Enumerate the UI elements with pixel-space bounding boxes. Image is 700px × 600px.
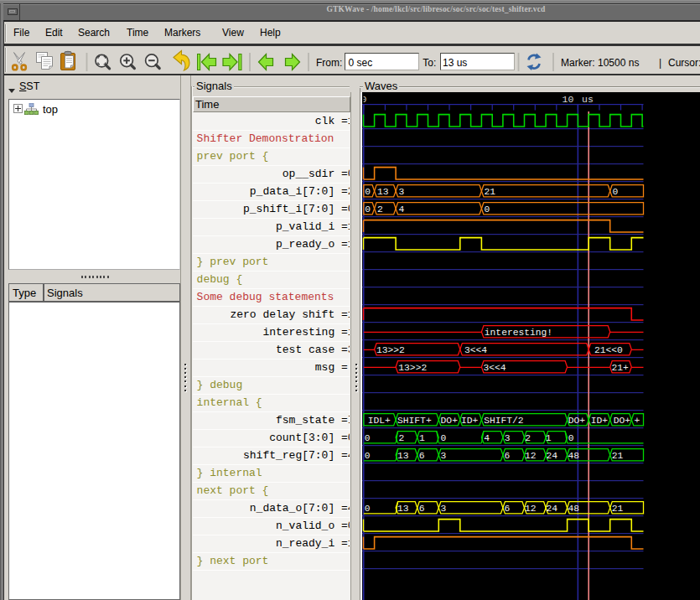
svg-text:1: 1: [419, 433, 425, 443]
svg-text:2: 2: [377, 204, 383, 215]
svg-text:IDL+: IDL+: [368, 416, 391, 426]
svg-text:SHIFT+: SHIFT+: [397, 416, 432, 426]
svg-text:3: 3: [440, 504, 446, 514]
svg-text:0: 0: [365, 433, 371, 443]
svg-text:2: 2: [399, 433, 405, 443]
svg-text:3: 3: [440, 451, 446, 461]
svg-text:6: 6: [505, 451, 511, 461]
svg-text:3<<4: 3<<4: [484, 363, 506, 373]
svg-text:24: 24: [547, 504, 558, 514]
svg-text:2: 2: [525, 433, 531, 443]
svg-text:48: 48: [568, 451, 580, 461]
svg-text:21: 21: [485, 187, 496, 197]
svg-text:0: 0: [568, 433, 574, 443]
svg-text:13: 13: [377, 187, 389, 197]
svg-text:24: 24: [547, 451, 558, 461]
svg-text:21: 21: [612, 451, 624, 461]
svg-text:0: 0: [613, 187, 619, 197]
svg-text:13>>2: 13>>2: [398, 363, 427, 373]
svg-text:0: 0: [485, 204, 490, 215]
svg-text:3: 3: [505, 433, 511, 443]
svg-text:4: 4: [399, 204, 405, 215]
svg-text:DO+: DO+: [614, 416, 631, 426]
svg-text:3: 3: [399, 187, 405, 197]
svg-text:DO+: DO+: [568, 416, 586, 426]
svg-text:13>>2: 13>>2: [376, 345, 405, 355]
svg-text:21<<0: 21<<0: [594, 345, 623, 355]
svg-text:3<<4: 3<<4: [464, 345, 487, 355]
svg-text:6: 6: [419, 504, 425, 514]
svg-text:0: 0: [365, 187, 371, 197]
svg-text:21+: 21+: [612, 363, 630, 373]
svg-text:12: 12: [525, 504, 537, 514]
svg-text:0: 0: [365, 451, 371, 461]
svg-text:+: +: [634, 416, 640, 426]
svg-text:48: 48: [568, 504, 580, 514]
svg-text:12: 12: [525, 451, 537, 461]
svg-text:interesting!: interesting!: [485, 328, 552, 338]
svg-text:ID+: ID+: [461, 416, 479, 426]
svg-text:0: 0: [365, 204, 371, 215]
svg-text:us: us: [582, 94, 594, 105]
svg-text:13: 13: [397, 451, 409, 461]
svg-text:0: 0: [361, 94, 367, 105]
svg-text:10: 10: [563, 94, 574, 105]
svg-text:1: 1: [546, 433, 552, 443]
svg-text:DO+: DO+: [441, 416, 459, 426]
svg-text:13: 13: [397, 504, 409, 514]
svg-text:SHIFT/2: SHIFT/2: [484, 416, 523, 426]
svg-text:0: 0: [440, 433, 446, 443]
svg-text:0: 0: [365, 504, 371, 514]
svg-text:4: 4: [484, 433, 490, 443]
svg-text:6: 6: [419, 451, 425, 461]
svg-text:21: 21: [612, 504, 624, 514]
svg-text:6: 6: [505, 504, 511, 514]
svg-text:ID+: ID+: [591, 416, 609, 426]
